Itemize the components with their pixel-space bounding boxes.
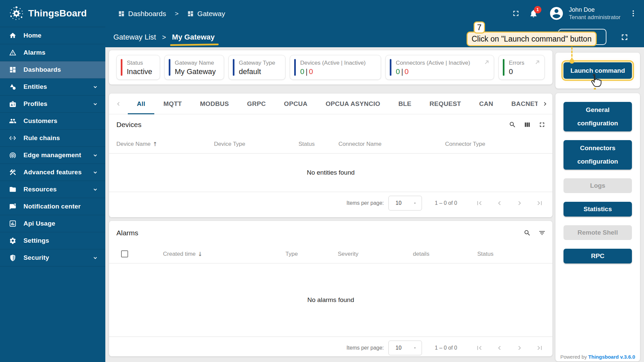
- connectors-count-card: Connectors (Active | Inactive) 0|0: [385, 55, 494, 80]
- tab-grpc[interactable]: GRPC: [238, 94, 275, 114]
- statistics-button[interactable]: Statistics: [564, 202, 632, 217]
- devices-table-header: Device Name↑ Device Type Status Connecto…: [109, 135, 552, 154]
- breadcrumb-separator: >: [175, 10, 178, 17]
- column-connector-type[interactable]: Connector Type: [445, 135, 485, 154]
- breadcrumb-dashboards[interactable]: Dashboards: [128, 10, 166, 18]
- sidebar-item-api-usage[interactable]: Api Usage: [0, 215, 105, 232]
- page-size-select[interactable]: 10: [388, 341, 422, 355]
- remote-shell-button: Remote Shell: [564, 225, 632, 240]
- folder-icon: [9, 185, 17, 193]
- select-all-checkbox[interactable]: [121, 250, 128, 257]
- brand-name: ThingsBoard: [28, 8, 87, 19]
- column-type[interactable]: Type: [285, 245, 298, 263]
- sidebar: ThingsBoard Home Alarms Dashboards Entit…: [0, 0, 105, 362]
- dashboard-icon: [118, 10, 125, 17]
- devices-empty-text: No entities found: [307, 169, 355, 176]
- state-gateway-list-link[interactable]: Gateway List: [113, 33, 156, 42]
- devices-panel: All MQTT MODBUS GRPC OPCUA OPCUA ASYNCIO…: [109, 94, 552, 217]
- sidebar-item-alarms[interactable]: Alarms: [0, 44, 105, 61]
- tab-mqtt[interactable]: MQTT: [154, 94, 191, 114]
- gateway-actions-panel: General configuration Connectors configu…: [555, 93, 640, 361]
- chevron-down-icon: [92, 169, 99, 176]
- user-name: John Doe: [569, 6, 621, 14]
- open-link-icon[interactable]: [534, 59, 540, 65]
- search-icon[interactable]: [509, 121, 516, 128]
- column-severity[interactable]: Severity: [338, 245, 358, 263]
- rpc-button[interactable]: RPC: [564, 249, 632, 263]
- sidebar-item-dashboards[interactable]: Dashboards: [0, 61, 105, 78]
- column-alarm-status[interactable]: Status: [477, 245, 493, 263]
- prev-page-icon: [495, 344, 503, 352]
- sidebar-item-rule-chains[interactable]: Rule chains: [0, 130, 105, 147]
- user-menu[interactable]: John Doe Tenant administrator: [549, 6, 621, 21]
- column-created-time[interactable]: Created time↓: [163, 245, 203, 263]
- columns-icon[interactable]: [524, 121, 531, 128]
- more-vert-icon[interactable]: [629, 9, 637, 17]
- devices-title: Devices: [116, 121, 509, 129]
- open-link-icon[interactable]: [484, 59, 490, 65]
- version-link[interactable]: Thingsboard v.3.6.0: [588, 354, 635, 360]
- filter-icon[interactable]: [538, 229, 546, 237]
- gateway-status-cards: StatusInactive Gateway NameMy Gateway Ga…: [109, 50, 552, 84]
- home-icon: [9, 32, 17, 40]
- tab-modbus[interactable]: MODBUS: [191, 94, 238, 114]
- state-separator: >: [162, 34, 166, 41]
- brand-logo[interactable]: ThingsBoard: [0, 0, 105, 27]
- sidebar-item-home[interactable]: Home: [0, 27, 105, 44]
- notifications-bell-icon[interactable]: 1: [529, 9, 538, 18]
- logs-button: Logs: [564, 178, 632, 193]
- last-page-icon: [536, 199, 544, 207]
- state-current: My Gateway: [172, 33, 215, 42]
- edge-antenna-icon: [9, 151, 17, 159]
- fullscreen-icon[interactable]: [512, 9, 520, 18]
- sidebar-item-customers[interactable]: Customers: [0, 113, 105, 130]
- column-device-name[interactable]: Device Name↑: [116, 135, 157, 154]
- tab-bacnet[interactable]: BACNET: [502, 94, 538, 114]
- avatar: [549, 6, 564, 21]
- dashboard-fullscreen-icon[interactable]: [620, 33, 629, 42]
- alarms-table-header: Created time↓ Type Severity details Stat…: [109, 245, 552, 263]
- column-device-type[interactable]: Device Type: [214, 135, 245, 154]
- page-size-select[interactable]: 10: [388, 196, 422, 210]
- sidebar-item-settings[interactable]: Settings: [0, 232, 105, 249]
- alarms-title: Alarms: [116, 229, 524, 237]
- search-icon[interactable]: [524, 229, 531, 237]
- first-page-icon: [475, 199, 483, 207]
- general-configuration-button[interactable]: General configuration: [564, 102, 632, 131]
- sidebar-item-resources[interactable]: Resources: [0, 181, 105, 198]
- chevron-down-icon: [92, 101, 99, 107]
- sidebar-item-profiles[interactable]: Profiles: [0, 96, 105, 113]
- sidebar-item-edge-management[interactable]: Edge management: [0, 147, 105, 164]
- sidebar-item-entities[interactable]: Entities: [0, 78, 105, 96]
- table-fullscreen-icon[interactable]: [538, 121, 546, 128]
- tab-opcua-asyncio[interactable]: OPCUA ASYNCIO: [317, 94, 389, 114]
- connectors-configuration-button[interactable]: Connectors configuration: [564, 140, 632, 170]
- status-card: StatusInactive: [116, 55, 160, 80]
- tabs-scroll-right-icon[interactable]: [538, 100, 552, 108]
- column-status[interactable]: Status: [299, 135, 315, 154]
- annotation-dot: [570, 59, 574, 64]
- annotation-underline: [170, 44, 219, 46]
- column-connector-name[interactable]: Connector Name: [338, 135, 382, 154]
- tools-icon: [9, 168, 17, 176]
- gateway-name-card: Gateway NameMy Gateway: [164, 55, 224, 80]
- tab-can[interactable]: CAN: [470, 94, 502, 114]
- pagination-range: 1 – 0 of 0: [435, 345, 457, 351]
- alarms-empty-text: No alarms found: [307, 296, 354, 304]
- sort-desc-icon: ↓: [198, 251, 202, 257]
- thingsboard-logo-icon: [9, 6, 24, 21]
- chevron-down-icon: [92, 186, 99, 193]
- tab-opcua[interactable]: OPCUA: [275, 94, 317, 114]
- shield-icon: [9, 254, 17, 262]
- chevron-down-icon: [92, 254, 99, 261]
- errors-card: Errors0: [498, 55, 545, 80]
- sidebar-item-notification-center[interactable]: Notification center: [0, 198, 105, 215]
- alarms-paginator: Items per page: 10 1 – 0 of 0: [109, 337, 552, 359]
- breadcrumb-gateway[interactable]: Gateway: [197, 10, 225, 18]
- tab-request[interactable]: REQUEST: [421, 94, 470, 114]
- tab-ble[interactable]: BLE: [389, 94, 421, 114]
- tab-all[interactable]: All: [128, 94, 154, 114]
- sidebar-item-security[interactable]: Security: [0, 249, 105, 266]
- sidebar-item-advanced-features[interactable]: Advanced features: [0, 164, 105, 181]
- column-details[interactable]: details: [413, 245, 429, 263]
